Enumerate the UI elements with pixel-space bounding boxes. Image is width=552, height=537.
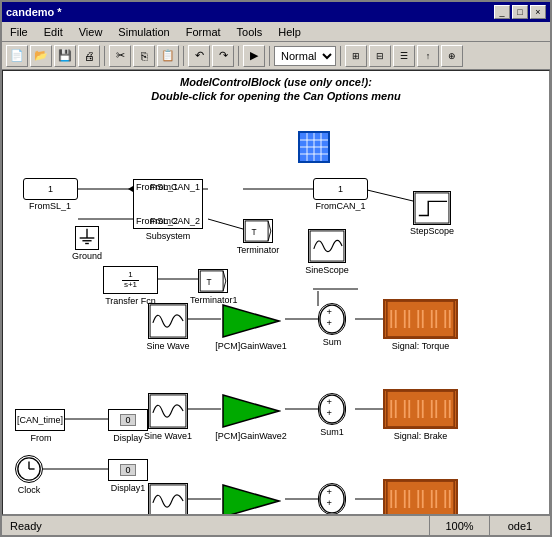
new-button[interactable]: 📄 bbox=[6, 45, 28, 67]
title-bar-controls: _ □ × bbox=[494, 5, 546, 19]
svg-rect-31 bbox=[415, 193, 449, 223]
display1-block[interactable]: 0 bbox=[108, 459, 148, 481]
clock-label: Clock bbox=[13, 485, 45, 495]
canvas-area[interactable]: ModelControlBlock (use only once!): Doub… bbox=[2, 70, 550, 515]
svg-text:+: + bbox=[326, 318, 331, 328]
sum2-block[interactable]: + + bbox=[318, 483, 346, 515]
tb-extra-5[interactable]: ⊕ bbox=[441, 45, 463, 67]
signal-torque-label: Signal: Torque bbox=[377, 341, 464, 351]
svg-point-38 bbox=[320, 305, 344, 333]
status-ready: Ready bbox=[2, 516, 430, 535]
svg-rect-73 bbox=[387, 481, 455, 515]
subsystem-block[interactable]: FromSL_1 FromSL_2 FromCAN_1 FromCAN_2 bbox=[133, 179, 203, 229]
wires-layer bbox=[3, 71, 549, 514]
menu-simulation[interactable]: Simulation bbox=[114, 25, 173, 39]
gain2-block[interactable] bbox=[221, 483, 281, 515]
svg-text:+: + bbox=[326, 408, 331, 418]
menu-view[interactable]: View bbox=[75, 25, 107, 39]
fromsl1-block[interactable]: 1 bbox=[23, 178, 78, 200]
menu-bar: File Edit View Simulation Format Tools H… bbox=[2, 22, 550, 42]
sim-mode-dropdown[interactable]: Normal bbox=[274, 46, 336, 66]
svg-point-70 bbox=[320, 485, 344, 513]
status-bar: Ready 100% ode1 bbox=[2, 515, 550, 535]
menu-tools[interactable]: Tools bbox=[233, 25, 267, 39]
menu-file[interactable]: File bbox=[6, 25, 32, 39]
signal-brake-label: Signal: Brake bbox=[377, 431, 464, 441]
toolbar-separator-4 bbox=[269, 46, 270, 66]
from-block[interactable]: [CAN_time] bbox=[15, 409, 65, 431]
paste-button[interactable]: 📋 bbox=[157, 45, 179, 67]
tb-extra-1[interactable]: ⊞ bbox=[345, 45, 367, 67]
svg-point-54 bbox=[320, 395, 344, 423]
copy-button[interactable]: ⎘ bbox=[133, 45, 155, 67]
sine-wave2-block[interactable] bbox=[148, 483, 188, 515]
status-zoom: 100% bbox=[430, 516, 490, 535]
svg-marker-69 bbox=[223, 485, 279, 515]
header-line1: ModelControlBlock (use only once!): bbox=[3, 75, 549, 89]
menu-help[interactable]: Help bbox=[274, 25, 305, 39]
gain-block[interactable] bbox=[221, 303, 281, 339]
open-button[interactable]: 📂 bbox=[30, 45, 52, 67]
fromsl1-label: FromSL_1 bbox=[20, 201, 80, 211]
gain-label: [PCM]GainWave1 bbox=[213, 341, 289, 351]
redo-button[interactable]: ↷ bbox=[212, 45, 234, 67]
stepscope-block[interactable] bbox=[413, 191, 451, 225]
menu-edit[interactable]: Edit bbox=[40, 25, 67, 39]
ground-block[interactable] bbox=[75, 226, 99, 250]
svg-rect-57 bbox=[387, 391, 455, 427]
tb-extra-3[interactable]: ☰ bbox=[393, 45, 415, 67]
maximize-button[interactable]: □ bbox=[512, 5, 528, 19]
signal-throttle-block[interactable] bbox=[383, 479, 458, 515]
sim-start-button[interactable]: ▶ bbox=[243, 45, 265, 67]
subsystem-label: Subsystem bbox=[138, 231, 198, 241]
toolbar-separator-1 bbox=[104, 46, 105, 66]
svg-text:+: + bbox=[326, 498, 331, 508]
stepscope-label: StepScope bbox=[408, 226, 456, 236]
svg-rect-68 bbox=[150, 485, 186, 515]
fromcan1-block[interactable]: 1 bbox=[313, 178, 368, 200]
svg-rect-41 bbox=[387, 301, 455, 337]
sum-label: Sum bbox=[313, 337, 351, 347]
svg-marker-53 bbox=[223, 395, 279, 427]
sine-wave-block[interactable] bbox=[148, 303, 188, 339]
display-block[interactable]: 0 bbox=[108, 409, 148, 431]
menu-format[interactable]: Format bbox=[182, 25, 225, 39]
toolbar-separator-5 bbox=[340, 46, 341, 66]
ground-label: Ground bbox=[71, 251, 103, 261]
save-button[interactable]: 💾 bbox=[54, 45, 76, 67]
model-control-block[interactable] bbox=[298, 131, 330, 163]
svg-rect-52 bbox=[150, 395, 186, 427]
print-button[interactable]: 🖨 bbox=[78, 45, 100, 67]
signal-torque-block[interactable] bbox=[383, 299, 458, 339]
svg-text:+: + bbox=[326, 307, 331, 317]
svg-text:T: T bbox=[207, 278, 212, 287]
display1-label: Display1 bbox=[108, 483, 148, 493]
svg-line-5 bbox=[363, 189, 413, 201]
toolbar: 📄 📂 💾 🖨 ✂ ⎘ 📋 ↶ ↷ ▶ Normal ⊞ ⊟ ☰ ↑ ⊕ bbox=[2, 42, 550, 70]
terminator-block[interactable]: T bbox=[243, 219, 273, 243]
transfer-fcn-block[interactable]: 1 s+1 bbox=[103, 266, 158, 294]
tb-extra-2[interactable]: ⊟ bbox=[369, 45, 391, 67]
minimize-button[interactable]: _ bbox=[494, 5, 510, 19]
canvas-header: ModelControlBlock (use only once!): Doub… bbox=[3, 75, 549, 104]
svg-line-3 bbox=[208, 219, 243, 229]
tb-extra-4[interactable]: ↑ bbox=[417, 45, 439, 67]
sinescope-block[interactable] bbox=[308, 229, 346, 263]
svg-text:T: T bbox=[252, 228, 257, 237]
terminator1-block[interactable]: T bbox=[198, 269, 228, 293]
clock-block[interactable] bbox=[15, 455, 43, 483]
svg-marker-37 bbox=[223, 305, 279, 337]
signal-brake-block[interactable] bbox=[383, 389, 458, 429]
sine-wave-label: Sine Wave bbox=[141, 341, 195, 351]
sine-wave1-block[interactable] bbox=[148, 393, 188, 429]
gain1-block[interactable] bbox=[221, 393, 281, 429]
title-bar: candemo * _ □ × bbox=[2, 2, 550, 22]
close-button[interactable]: × bbox=[530, 5, 546, 19]
undo-button[interactable]: ↶ bbox=[188, 45, 210, 67]
sum1-block[interactable]: + + bbox=[318, 393, 346, 425]
sum-block[interactable]: + + bbox=[318, 303, 346, 335]
svg-text:+: + bbox=[326, 487, 331, 497]
status-solver: ode1 bbox=[490, 516, 550, 535]
cut-button[interactable]: ✂ bbox=[109, 45, 131, 67]
header-line2: Double-click for opening the Can Options… bbox=[3, 89, 549, 103]
